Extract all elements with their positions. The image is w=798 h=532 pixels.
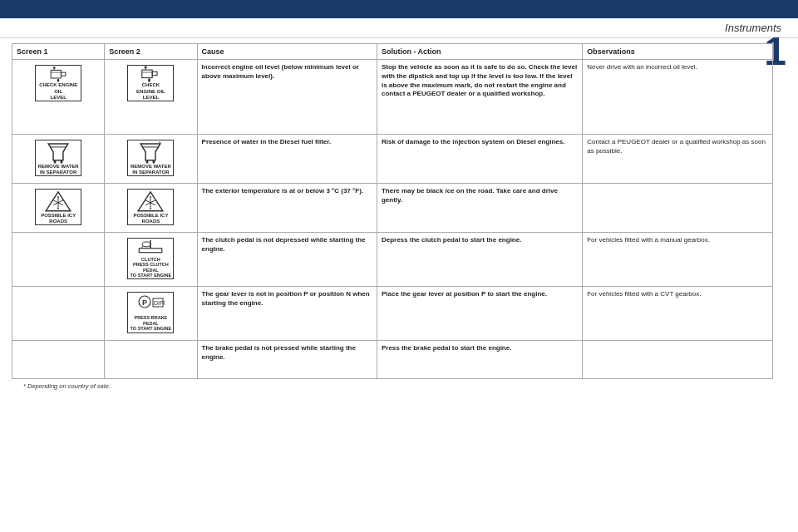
svg-rect-4 (53, 66, 56, 68)
observations-cell-brake2 (583, 341, 773, 379)
screen2-icon-water: * REMOVE WATERIN SEPARATOR (109, 138, 192, 180)
svg-point-35 (143, 242, 151, 247)
screen1-cell: CHECK ENGINE OILLEVEL (12, 60, 105, 135)
water-icon-box: REMOVE WATERIN SEPARATOR (35, 140, 81, 176)
oil-icon-label: CHECK ENGINE OILLEVEL (36, 82, 81, 101)
screen2-icon-brake: P DIFF PRESS BRAKE PEDALTO START ENGINE (109, 290, 192, 337)
footnote: * Depending on country of sale. (12, 382, 773, 390)
table-row: The brake pedal is not pressed while sta… (12, 341, 773, 379)
clutch-icon-box: CLUTCHPRESS CLUTCH PEDALTO START ENGINE (127, 238, 174, 279)
cause-cell-water: Presence of water in the Diesel fuel fil… (197, 135, 377, 184)
screen1-icon-water: REMOVE WATERIN SEPARATOR (17, 138, 100, 180)
top-bar (0, 0, 798, 18)
clutch-pedal-icon (136, 239, 165, 257)
water-icon-box-2: * REMOVE WATERIN SEPARATOR (127, 140, 174, 176)
solution-cell-brake: Place the gear lever at position P to st… (377, 287, 582, 341)
solution-cell-water: Risk of damage to the injection system o… (377, 135, 582, 184)
water-icon-label-2: REMOVE WATERIN SEPARATOR (131, 164, 171, 175)
observations-cell-icy (583, 184, 773, 233)
screen2-cell-brake2 (105, 341, 197, 379)
icy-icon-label-2: POSSIBLE ICY ROADS (128, 213, 173, 224)
remove-water-icon-2: * (135, 140, 165, 164)
table-row: POSSIBLE ICY ROADS (12, 184, 773, 233)
check-engine-oil-icon-2 (135, 66, 166, 82)
svg-text:*: * (159, 140, 161, 146)
observations-cell-clutch: For vehicles fitted with a manual gearbo… (583, 233, 773, 287)
oil-icon-box-2: CHECKENGINE OIL LEVEL (127, 65, 174, 101)
screen1-cell-water: REMOVE WATERIN SEPARATOR (12, 135, 105, 184)
screen1-cell-brake (12, 287, 105, 341)
svg-point-11 (149, 78, 151, 81)
col-header-observations: Observations (583, 44, 773, 60)
icy-icon-box-2: POSSIBLE ICY ROADS (127, 189, 174, 225)
cause-cell-icy: The exterior temperature is at or below … (197, 184, 377, 233)
screen2-cell-water: * REMOVE WATERIN SEPARATOR (105, 135, 197, 184)
screen2-icon-oil: CHECKENGINE OIL LEVEL (109, 63, 192, 105)
svg-marker-16 (141, 144, 161, 160)
svg-point-26 (57, 208, 59, 209)
solution-cell-icy: There may be black ice on the road. Take… (377, 184, 582, 233)
table-row: REMOVE WATERIN SEPARATOR (12, 135, 773, 184)
solution-cell-brake2: Press the brake pedal to start the engin… (377, 341, 582, 379)
screen2-cell-clutch: CLUTCHPRESS CLUTCH PEDALTO START ENGINE (105, 233, 197, 287)
observations-cell-oil: Never drive with an incorrect oil level. (583, 60, 773, 135)
observations-cell-brake: For vehicles fitted with a CVT gearbox. (583, 287, 773, 341)
svg-rect-1 (62, 72, 66, 76)
svg-rect-10 (145, 66, 147, 68)
screen2-cell-brake: P DIFF PRESS BRAKE PEDALTO START ENGINE (105, 287, 197, 341)
screen2-icon-icy: POSSIBLE ICY ROADS (109, 187, 192, 229)
icy-icon-box: POSSIBLE ICY ROADS (35, 189, 81, 225)
svg-rect-0 (51, 70, 61, 78)
table-header-row: Screen 1 Screen 2 Cause Solution - Actio… (12, 44, 773, 60)
brake-icon-box: P DIFF PRESS BRAKE PEDALTO START ENGINE (127, 292, 174, 333)
screen1-cell-icy: POSSIBLE ICY ROADS (12, 184, 105, 233)
col-header-cause: Cause (197, 44, 377, 60)
icy-roads-icon (43, 190, 73, 213)
solution-cell-oil: Stop the vehicle as soon as it is safe t… (377, 60, 582, 135)
screen2-cell-icy: POSSIBLE ICY ROADS (105, 184, 197, 233)
svg-text:P: P (142, 298, 147, 307)
icy-icon-label: POSSIBLE ICY ROADS (36, 213, 81, 224)
oil-icon-box: CHECK ENGINE OILLEVEL (35, 65, 81, 101)
table-row: P DIFF PRESS BRAKE PEDALTO START ENGINE … (12, 287, 773, 341)
cause-cell-oil: Incorrect engine oil level (below minimu… (197, 60, 377, 135)
col-header-screen1: Screen 1 (12, 44, 105, 60)
svg-point-31 (150, 196, 151, 198)
table-row: CHECK ENGINE OILLEVEL (12, 60, 773, 135)
main-content: Screen 1 Screen 2 Cause Solution - Actio… (0, 38, 798, 395)
solution-cell-clutch: Depress the clutch pedal to start the en… (377, 233, 582, 287)
brake-icon-label: PRESS BRAKE PEDALTO START ENGINE (128, 315, 173, 332)
svg-point-32 (150, 208, 151, 209)
remove-water-icon (43, 140, 73, 164)
water-icon-label: REMOVE WATERIN SEPARATOR (38, 164, 79, 175)
screen1-cell-clutch (12, 233, 105, 287)
table-row: CLUTCHPRESS CLUTCH PEDALTO START ENGINE … (12, 233, 773, 287)
screen2-icon-clutch: CLUTCHPRESS CLUTCH PEDALTO START ENGINE (109, 236, 192, 283)
screen2-cell-oil: CHECKENGINE OIL LEVEL (105, 60, 197, 135)
svg-text:DIFF: DIFF (154, 300, 165, 306)
cause-cell-brake2: The brake pedal is not pressed while sta… (197, 341, 377, 379)
col-header-screen2: Screen 2 (105, 44, 197, 60)
svg-point-5 (57, 79, 60, 82)
header-area: Instruments (0, 18, 798, 38)
oil-icon-label-2: CHECKENGINE OIL LEVEL (128, 82, 173, 101)
svg-rect-6 (142, 70, 152, 77)
brake-pedal-icon: P DIFF (136, 293, 165, 315)
observations-cell-water: Contact a PEUGEOT dealer or a qualified … (583, 135, 773, 184)
screen1-icon-icy: POSSIBLE ICY ROADS (17, 187, 100, 229)
clutch-icon-label: CLUTCHPRESS CLUTCH PEDALTO START ENGINE (128, 257, 173, 278)
instruments-table: Screen 1 Screen 2 Cause Solution - Actio… (12, 43, 773, 379)
screen1-cell-brake2 (12, 341, 105, 379)
svg-rect-33 (140, 249, 163, 253)
cause-cell-brake: The gear lever is not in position P or p… (197, 287, 377, 341)
cause-cell-clutch: The clutch pedal is not depressed while … (197, 233, 377, 287)
svg-marker-12 (48, 144, 68, 160)
col-header-solution: Solution - Action (377, 44, 582, 60)
check-engine-oil-icon (42, 66, 74, 82)
icy-roads-icon-2 (135, 190, 165, 213)
svg-point-25 (57, 196, 59, 198)
svg-rect-7 (153, 71, 158, 75)
screen1-icon-oil: CHECK ENGINE OILLEVEL (17, 63, 100, 105)
